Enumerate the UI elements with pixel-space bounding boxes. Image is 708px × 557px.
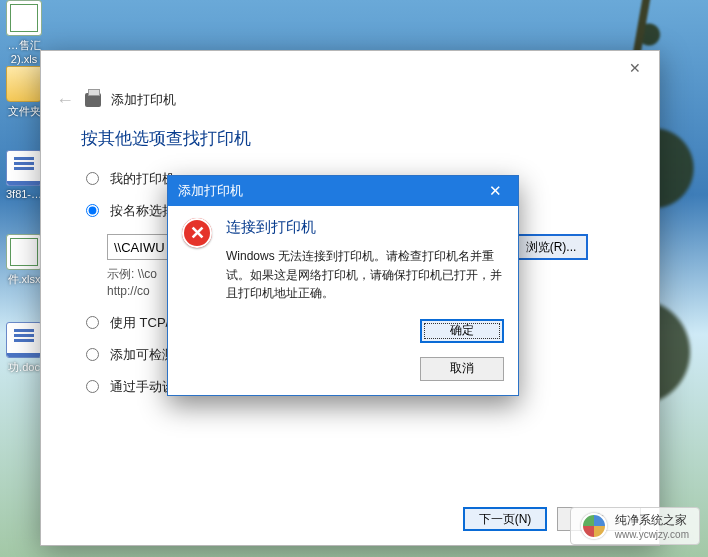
option-label: 我的打印机	[110, 170, 175, 188]
next-button[interactable]: 下一页(N)	[463, 507, 547, 531]
desktop-icon-label: 件.xlsx	[8, 273, 41, 285]
error-dialog-buttons: 确定	[168, 313, 518, 357]
hint-line-2: http://co	[107, 284, 150, 298]
desktop-icon-label: …售汇 2).xls	[8, 39, 41, 65]
window-titlebar[interactable]: ✕	[41, 51, 659, 83]
xls-icon	[6, 234, 42, 270]
error-dialog: 添加打印机 ✕ ✕ 连接到打印机 Windows 无法连接到打印机。请检查打印机…	[167, 175, 519, 396]
desktop-icon-label: 文件夹	[8, 105, 41, 117]
ok-button[interactable]: 确定	[420, 319, 504, 343]
folder-icon	[6, 66, 42, 102]
back-button[interactable]: ←	[55, 90, 75, 110]
error-dialog-titlebar[interactable]: 添加打印机 ✕	[168, 176, 518, 206]
printer-icon	[85, 93, 101, 107]
page-heading: 按其他选项查找打印机	[81, 127, 619, 150]
error-dialog-close-button[interactable]: ✕	[476, 179, 514, 203]
radio-tcpip[interactable]	[86, 316, 99, 329]
close-icon: ✕	[629, 60, 641, 76]
browse-button[interactable]: 浏览(R)...	[514, 234, 588, 260]
wizard-footer: 下一页(N) 取	[41, 493, 659, 545]
watermark-name: 纯净系统之家	[615, 513, 687, 527]
desktop-icon-label: 3f81-…	[6, 188, 42, 200]
desktop-icon-label: 功.doc	[8, 361, 40, 373]
watermark-badge: 纯净系统之家 www.ycwjzy.com	[570, 507, 700, 545]
wizard-header: ← 添加打印机	[41, 83, 659, 117]
radio-by-name[interactable]	[86, 204, 99, 217]
error-dialog-body: ✕ 连接到打印机 Windows 无法连接到打印机。请检查打印机名并重试。如果这…	[168, 206, 518, 313]
doc-icon	[6, 150, 42, 186]
radio-bluetooth-wireless[interactable]	[86, 348, 99, 361]
radio-manual-local[interactable]	[86, 380, 99, 393]
error-heading: 连接到打印机	[226, 218, 502, 237]
close-button[interactable]: ✕	[617, 57, 653, 79]
radio-my-printer[interactable]	[86, 172, 99, 185]
watermark-logo-icon	[581, 513, 607, 539]
doc-icon	[6, 322, 42, 358]
error-dialog-title: 添加打印机	[178, 182, 243, 200]
add-printer-wizard-window: ✕ ← 添加打印机 按其他选项查找打印机 我的打印机 按名称选择共 浏览(R).…	[40, 50, 660, 546]
watermark-url: www.ycwjzy.com	[615, 529, 689, 540]
error-dialog-buttons-2: 取消	[168, 357, 518, 395]
error-message: Windows 无法连接到打印机。请检查打印机名并重试。如果这是网络打印机，请确…	[226, 247, 502, 303]
wizard-title: 添加打印机	[111, 91, 176, 109]
close-icon: ✕	[489, 182, 502, 200]
error-cancel-button[interactable]: 取消	[420, 357, 504, 381]
arrow-left-icon: ←	[56, 90, 74, 111]
hint-line-1: 示例: \\co	[107, 267, 157, 281]
xls-icon	[6, 0, 42, 36]
error-icon: ✕	[182, 218, 212, 248]
